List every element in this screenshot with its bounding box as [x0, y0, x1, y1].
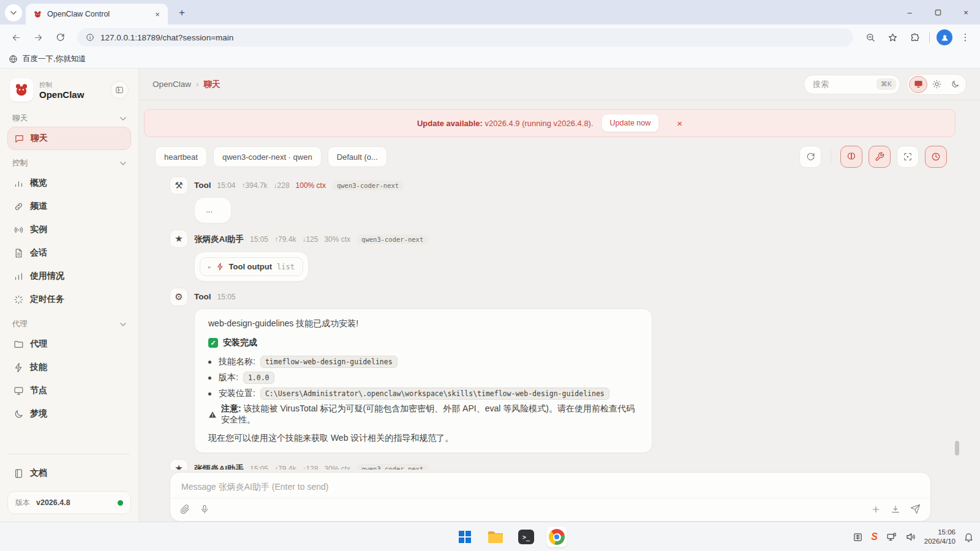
bullet-icon [208, 361, 211, 364]
scrollbar-thumb[interactable] [955, 441, 959, 455]
sidebar-item-label: 概览 [30, 178, 47, 189]
toolbar-divider [831, 150, 831, 163]
sidebar-item-chat[interactable]: 聊天 [7, 127, 131, 150]
sidebar-item-sessions[interactable]: 会话 [7, 241, 131, 264]
preset-chip[interactable]: Default (o... [328, 146, 387, 167]
tab-close-button[interactable]: × [152, 9, 163, 20]
theme-light-button[interactable] [927, 76, 946, 93]
browser-tabstrip: OpenClaw Control × + – × [0, 0, 980, 24]
plus-icon[interactable] [871, 504, 881, 514]
sidebar-item-skills[interactable]: 技能 [7, 356, 131, 379]
tray-volume-icon[interactable] [905, 531, 916, 542]
tray-sogou-icon[interactable]: S [871, 531, 878, 542]
tools-button[interactable] [869, 146, 891, 168]
sidebar-item-channels[interactable]: 频道 [7, 195, 131, 218]
context-usage: 30% ctx [324, 465, 350, 470]
forward-button[interactable] [28, 28, 48, 47]
update-banner-bold: Update available: [417, 119, 483, 128]
window-maximize-button[interactable] [924, 0, 952, 24]
context-usage: 30% ctx [324, 235, 350, 244]
sidebar-item-overview[interactable]: 概览 [7, 171, 131, 195]
toolbar-divider [929, 32, 930, 43]
notification-bell-icon[interactable] [963, 532, 974, 542]
zoom-button[interactable] [861, 28, 880, 47]
tool-output-label: Tool output [229, 262, 273, 271]
message-input[interactable] [170, 473, 930, 498]
reload-button[interactable] [50, 28, 70, 47]
search-box[interactable]: ⌘K [804, 75, 900, 94]
tool-output-expander[interactable]: ▸ Tool output list [200, 257, 303, 276]
loader-icon [13, 294, 24, 305]
profile-button[interactable] [935, 28, 954, 47]
file-explorer-button[interactable] [485, 527, 506, 547]
browser-menu-button[interactable]: ⋮ [957, 32, 974, 43]
sidebar-section-chat[interactable]: 聊天 [12, 113, 126, 124]
version-pill: 版本 v2026.4.8 [7, 491, 131, 514]
tray-network-icon[interactable] [886, 532, 897, 542]
profile-avatar [937, 29, 952, 45]
terminal-button[interactable]: >_ [516, 527, 537, 547]
theme-dark-button[interactable] [946, 76, 964, 93]
tab-search-button[interactable] [5, 4, 22, 21]
history-button[interactable] [925, 146, 947, 168]
back-button[interactable] [6, 28, 26, 47]
sidebar-item-dreams[interactable]: 梦境 [7, 402, 131, 425]
taskbar-clock[interactable]: 15:06 2026/4/10 [924, 528, 956, 546]
sidebar: 控制 OpenClaw 聊天 聊天 控制 概览 频道 [0, 69, 139, 522]
folder-icon [13, 339, 24, 350]
file-icon [13, 248, 24, 258]
focus-button[interactable] [897, 146, 919, 168]
attach-icon[interactable] [180, 504, 190, 514]
chrome-button[interactable] [546, 527, 567, 547]
message: ★ 张炳炎AI助手 15:05 ↑79.4k ↓128 30% ctx qwen… [170, 459, 980, 470]
microphone-icon[interactable] [200, 504, 209, 514]
sidebar-item-agents[interactable]: 代理 [7, 332, 131, 356]
url-bar[interactable]: 127.0.0.1:18789/chat?session=main [77, 28, 853, 47]
zap-icon [13, 362, 24, 373]
window-close-button[interactable]: × [952, 0, 980, 24]
session-chip[interactable]: heartbeat [155, 146, 207, 167]
message-author: 张炳炎AI助手 [194, 463, 244, 470]
chat-bubble-icon [14, 133, 24, 144]
warning-text: 该技能被 VirusTotal 标记为可疑(可能包含加密密钥、外部 API、ev… [221, 403, 635, 424]
download-icon[interactable] [891, 504, 900, 514]
theme-system-button[interactable] [909, 76, 927, 93]
brand: 控制 OpenClaw [7, 77, 131, 105]
tool-output-arg: list [277, 263, 295, 271]
tokens-up: ↑79.4k [274, 465, 296, 470]
send-icon[interactable] [910, 504, 921, 514]
list-item: 安装位置: C:\Users\Administrator\.openclaw\w… [208, 388, 638, 400]
refresh-button[interactable] [799, 146, 821, 168]
model-chip[interactable]: qwen3-coder-next · qwen [213, 146, 322, 167]
update-now-button[interactable]: Update now [602, 114, 659, 132]
sidebar-item-usage[interactable]: 使用情况 [7, 264, 131, 288]
session-toolbar: heartbeat qwen3-coder-next · qwen Defaul… [155, 146, 947, 168]
link-icon [13, 201, 24, 212]
sidebar-item-docs[interactable]: 文档 [7, 462, 131, 485]
tray-ime-icon[interactable] [853, 532, 863, 542]
window-minimize-button[interactable]: – [895, 0, 924, 24]
sidebar-section-control[interactable]: 控制 [12, 158, 126, 168]
star-avatar-icon: ★ [170, 230, 188, 248]
sidebar-section-agents[interactable]: 代理 [12, 319, 126, 329]
browser-tab[interactable]: OpenClaw Control × [26, 4, 168, 24]
main-header: OpenClaw › 聊天 ⌘K [139, 69, 980, 100]
context-usage: 100% ctx [296, 181, 326, 190]
chat-scroll-area[interactable]: ⚒ Tool 15:04 ↑394.7k ↓228 100% ctx qwen3… [139, 175, 980, 470]
breadcrumb-root[interactable]: OpenClaw [153, 80, 191, 89]
sidebar-collapse-button[interactable] [110, 81, 129, 99]
start-button[interactable] [454, 527, 475, 547]
bookmark-item[interactable]: 百度一下,你就知道 [23, 54, 86, 64]
bookmark-star-button[interactable] [883, 28, 902, 47]
openclaw-favicon [33, 10, 42, 19]
sidebar-item-cron[interactable]: 定时任务 [7, 288, 131, 311]
sidebar-item-nodes[interactable]: 节点 [7, 379, 131, 402]
brain-button[interactable] [840, 146, 862, 168]
banner-close-icon[interactable]: × [677, 118, 682, 129]
bookmarks-bar: 百度一下,你就知道 [0, 50, 980, 69]
extensions-button[interactable] [905, 28, 924, 47]
search-input[interactable] [813, 80, 868, 89]
sidebar-item-instances[interactable]: 实例 [7, 218, 131, 241]
new-tab-button[interactable]: + [174, 5, 190, 21]
chrome-icon [549, 529, 565, 545]
